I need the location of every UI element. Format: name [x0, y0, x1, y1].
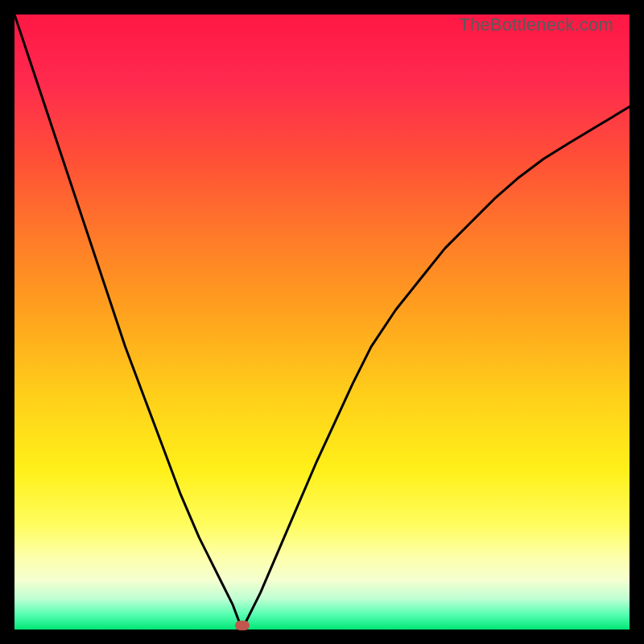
watermark-text: TheBottleneck.com	[459, 14, 613, 35]
plot-area: TheBottleneck.com	[14, 14, 630, 630]
bottleneck-curve	[14, 14, 630, 630]
minimum-marker	[235, 621, 250, 630]
